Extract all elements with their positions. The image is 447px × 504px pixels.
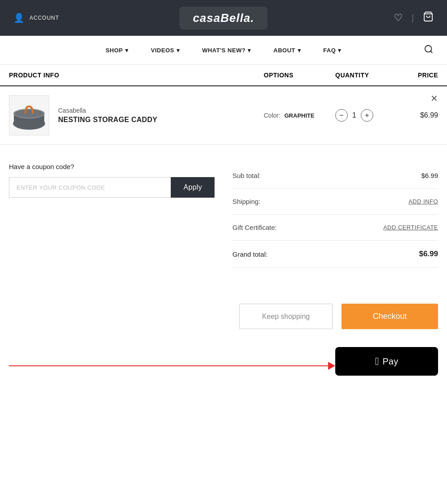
- wishlist-icon[interactable]: ♡: [394, 12, 403, 24]
- nav-about-label: ABOUT: [274, 47, 295, 54]
- coupon-code-input[interactable]: [9, 177, 171, 198]
- svg-line-2: [430, 51, 432, 53]
- col-product-info: PRODUCT INFO: [9, 72, 264, 79]
- nav-videos-arrow: ▾: [177, 47, 180, 54]
- add-info-button[interactable]: ADD INFO: [409, 198, 438, 205]
- col-price: PRICE: [393, 72, 438, 79]
- quantity-increase-button[interactable]: [361, 109, 373, 122]
- remove-item-button[interactable]: ✕: [430, 93, 438, 104]
- apple-logo-icon: : [375, 355, 379, 368]
- coupon-label: Have a coupon code?: [9, 163, 215, 170]
- nav-about-arrow: ▾: [298, 47, 301, 54]
- apply-coupon-button[interactable]: Apply: [171, 177, 215, 198]
- search-icon[interactable]: [424, 44, 434, 56]
- header: 👤 ACCOUNT casaBella. ♡ |: [0, 0, 447, 36]
- product-brand: Casabella: [58, 107, 264, 114]
- nav-shop-label: SHOP: [105, 47, 123, 54]
- checkout-button[interactable]: Checkout: [342, 304, 438, 329]
- account-icon: 👤: [13, 13, 25, 23]
- nav-shop[interactable]: SHOP ▾: [105, 47, 128, 54]
- nav-videos[interactable]: VIDEOS ▾: [151, 47, 180, 54]
- product-quantity: 1: [335, 109, 393, 122]
- account-label: ACCOUNT: [30, 15, 59, 21]
- grand-total-label: Grand total:: [232, 250, 267, 258]
- apple-pay-section:  Pay: [0, 338, 447, 394]
- nav-faq-label: FAQ: [323, 47, 336, 54]
- nav-whats-new-label: WHAT'S NEW?: [202, 47, 245, 54]
- coupon-section: Have a coupon code? Apply: [9, 163, 215, 198]
- cart-item-row: Casabella NESTING STORAGE CADDY Color: G…: [0, 86, 447, 145]
- keep-shopping-button[interactable]: Keep shopping: [239, 304, 333, 329]
- grand-total-row: Grand total: $6.99: [232, 241, 438, 268]
- col-quantity: QUANTITY: [335, 72, 393, 79]
- product-price: $6.99: [393, 111, 438, 119]
- col-options: OPTIONS: [264, 72, 335, 79]
- order-summary: Sub total: $6.99 Shipping: ADD INFO Gift…: [232, 163, 438, 268]
- nav-about[interactable]: ABOUT ▾: [274, 47, 301, 54]
- product-details: Casabella NESTING STORAGE CADDY: [58, 107, 264, 124]
- nav-shop-arrow: ▾: [125, 47, 129, 54]
- color-value: GRAPHITE: [284, 112, 314, 119]
- shipping-row: Shipping: ADD INFO: [232, 189, 438, 215]
- subtotal-row: Sub total: $6.99: [232, 163, 438, 189]
- product-image: [9, 95, 49, 136]
- cart-table-header: PRODUCT INFO OPTIONS QUANTITY PRICE: [0, 65, 447, 86]
- gift-cert-row: Gift Certificate: ADD CERTIFICATE: [232, 215, 438, 241]
- account-area[interactable]: 👤 ACCOUNT: [13, 13, 59, 23]
- apple-pay-button[interactable]:  Pay: [335, 347, 438, 376]
- action-buttons: Keep shopping Checkout: [0, 286, 447, 338]
- nav-videos-label: VIDEOS: [151, 47, 174, 54]
- add-certificate-button[interactable]: ADD CERTIFICATE: [383, 224, 438, 231]
- svg-point-1: [425, 45, 432, 52]
- header-actions: ♡ |: [394, 11, 434, 25]
- gift-cert-label: Gift Certificate:: [232, 224, 277, 231]
- grand-total-value: $6.99: [419, 250, 438, 258]
- apple-pay-label: Pay: [383, 356, 398, 367]
- coupon-input-row: Apply: [9, 177, 215, 198]
- product-name: NESTING STORAGE CADDY: [58, 116, 264, 124]
- site-logo: casaBella.: [193, 11, 254, 25]
- nav-faq[interactable]: FAQ ▾: [323, 47, 342, 54]
- cart-icon[interactable]: [423, 11, 434, 25]
- main-nav: SHOP ▾ VIDEOS ▾ WHAT'S NEW? ▾ ABOUT ▾ FA…: [0, 36, 447, 65]
- nav-whats-new-arrow: ▾: [248, 47, 251, 54]
- quantity-value: 1: [352, 111, 356, 119]
- subtotal-label: Sub total:: [232, 172, 261, 179]
- logo-area: casaBella.: [179, 7, 267, 30]
- shipping-label: Shipping:: [232, 198, 261, 205]
- nav-whats-new[interactable]: WHAT'S NEW? ▾: [202, 47, 251, 54]
- subtotal-value: $6.99: [421, 172, 438, 179]
- cart-bottom: Have a coupon code? Apply Sub total: $6.…: [0, 145, 447, 286]
- quantity-decrease-button[interactable]: [335, 109, 348, 122]
- nav-faq-arrow: ▾: [338, 47, 342, 54]
- product-color: Color: GRAPHITE: [264, 112, 335, 119]
- color-label: Color:: [264, 112, 280, 119]
